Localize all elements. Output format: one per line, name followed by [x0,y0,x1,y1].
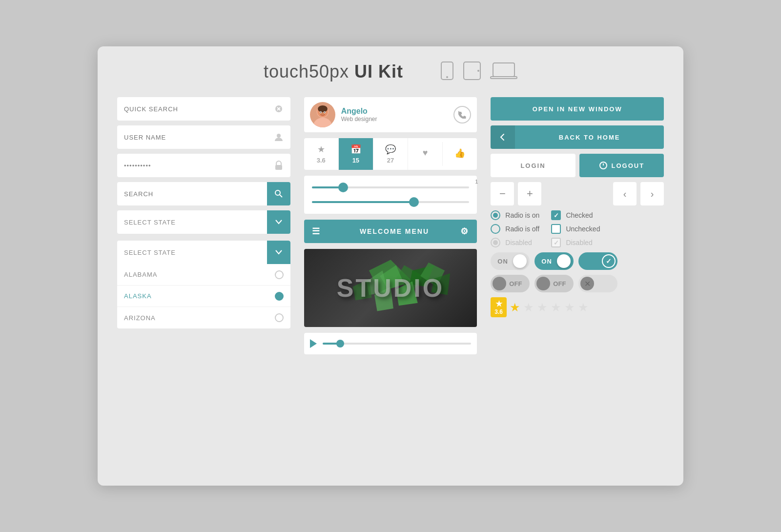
stat-calendar[interactable]: 📅 15 [339,138,373,170]
radio-on-circle[interactable] [491,210,500,220]
search-row [117,182,290,205]
back-arrow-button[interactable] [491,125,515,149]
menu-bar[interactable]: ☰ WELCOME MENU ⚙ [304,220,477,243]
toggle-check-knob: ✓ [602,254,616,268]
select-state-label: SELECT STATE [117,219,267,226]
profile-info: Angelo Web designer [341,107,448,123]
slider2-track [312,201,470,203]
select-state-open-label: SELECT STATE [117,249,267,256]
logout-button[interactable]: LOGOUT [579,154,664,177]
star-2[interactable]: ★ [523,301,534,314]
toggle-on-grey[interactable]: ON [491,252,530,270]
login-logout-row: LOGIN LOGOUT [491,154,664,177]
checkbox-checked-item[interactable]: Checked [551,210,600,220]
plus-button[interactable]: + [518,182,541,205]
comment-icon: 💬 [385,144,396,155]
toggle-knob-grey [513,254,527,268]
dropdown-item-arizona[interactable]: ARIZONA [117,307,290,328]
select-state-open[interactable]: SELECT STATE [117,241,290,264]
stat-calendar-value: 15 [352,157,359,164]
stat-heart[interactable]: ♥ [408,142,443,166]
radio-off-circle[interactable] [491,224,500,234]
toggle-check-teal[interactable]: ✓ [578,252,617,270]
hamburger-icon[interactable]: ☰ [312,226,321,237]
slider2-thumb[interactable] [409,197,419,207]
star-badge-value: 3.6 [494,308,503,315]
toggle-on-teal[interactable]: ON [534,252,574,270]
dropdown-item-alabama[interactable]: ALABAMA [117,264,290,286]
phone-icon [440,61,454,82]
title-light: touch50px [264,61,354,82]
calendar-icon: 📅 [350,144,361,155]
radio-column: Radio is on Radio is off Disabled [491,210,539,247]
star-3[interactable]: ★ [537,301,548,314]
username-input[interactable] [117,134,267,141]
star-5[interactable]: ★ [564,301,575,314]
star-1[interactable]: ★ [510,301,520,314]
avatar [310,102,335,127]
svg-rect-4 [493,63,514,77]
toggle-on-row: ON ON ✓ [491,252,664,270]
toggle-off-1[interactable]: OFF [491,275,530,292]
checkbox-disabled [551,238,561,247]
password-input[interactable] [117,162,267,169]
toggle-off-dot-1 [493,277,506,290]
media-thumb[interactable] [336,340,344,348]
laptop-icon [490,61,517,82]
svg-point-1 [446,76,448,78]
search-button[interactable] [267,182,290,205]
radio-on-label: Radio is on [505,211,539,219]
search-input[interactable] [117,190,267,198]
toggle-on-teal-label: ON [537,258,556,265]
select-state-collapsed[interactable]: SELECT STATE [117,210,290,234]
play-button[interactable] [310,339,317,348]
tablet-icon [463,61,481,82]
select-arrow-icon[interactable] [267,210,290,234]
prev-button[interactable]: ‹ [613,182,637,205]
phone-button[interactable] [453,106,471,123]
back-home-button[interactable]: BACK TO HOME [515,125,664,149]
radio-disabled-item: Disabled [491,238,539,247]
radio-on-item[interactable]: Radio is on [491,210,539,220]
page-title: touch50px UI Kit [264,61,403,82]
checkbox-checked[interactable] [551,210,561,220]
radio-off-item[interactable]: Radio is off [491,224,539,234]
next-button[interactable]: › [640,182,664,205]
toggle-off-x[interactable]: ✕ [578,275,617,292]
svg-point-9 [277,134,281,138]
slider1-track [312,186,470,188]
slider1-thumb[interactable] [338,183,348,192]
radio-alabama [275,270,284,279]
radio-disabled-circle [491,238,500,247]
gear-icon[interactable]: ⚙ [460,226,469,237]
star-badge-icon: ★ [495,299,502,308]
toggle-off-2[interactable]: OFF [534,275,574,292]
minus-button[interactable]: − [491,182,514,205]
clear-icon[interactable] [267,97,290,121]
media-progress-bar[interactable] [323,343,472,345]
open-window-button[interactable]: OPEN IN NEW WINDOW [491,97,664,121]
stat-comments[interactable]: 💬 27 [373,138,408,170]
select-open-arrow-icon[interactable] [267,241,290,264]
quick-search-input[interactable] [117,105,267,113]
password-row [117,154,290,177]
stat-like[interactable]: 👍 [443,142,477,166]
stat-rating[interactable]: ★ 3.6 [304,138,339,170]
login-button[interactable]: LOGIN [491,154,575,177]
slider2-fill [312,201,414,203]
checkbox-unchecked[interactable] [551,224,561,234]
dropdown-item-alaska[interactable]: ALASKA [117,286,290,307]
svg-point-21 [324,112,325,113]
star-4[interactable]: ★ [551,301,561,314]
video-thumbnail[interactable]: STUDIO [304,249,477,327]
user-icon [267,125,290,149]
svg-rect-10 [275,165,282,170]
star-6[interactable]: ★ [578,301,589,314]
slider1-value: 1 [475,179,478,184]
svg-point-17 [318,105,328,112]
checked-label: Checked [566,211,593,219]
checkbox-unchecked-item[interactable]: Unchecked [551,224,600,234]
star-badge: ★ 3.6 [491,297,507,317]
svg-point-3 [477,70,479,72]
checkbox-disabled-item: Disabled [551,238,600,247]
